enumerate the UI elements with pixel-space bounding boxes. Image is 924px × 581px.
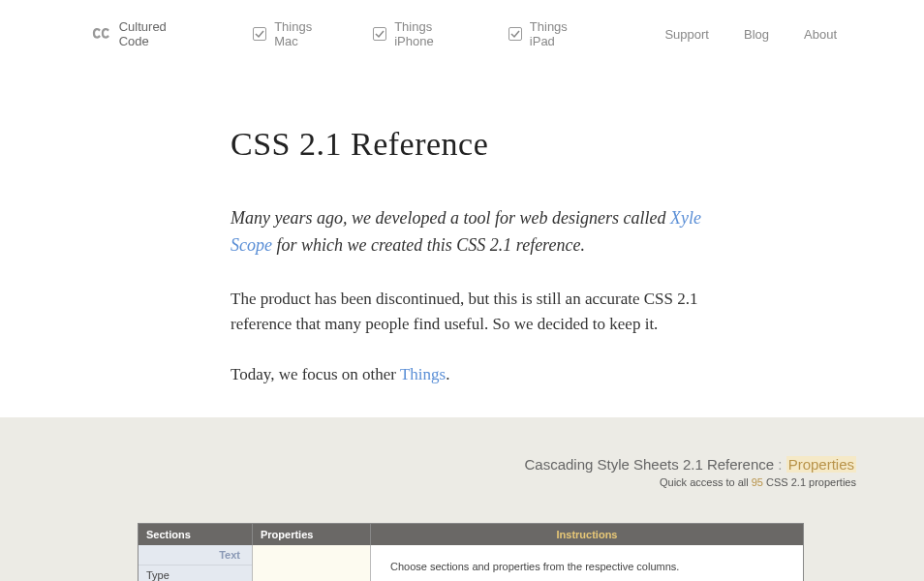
checkbox-icon xyxy=(253,27,266,41)
top-nav: Cultured Code Things Mac Things iPhone T… xyxy=(0,0,924,68)
ref-sub-post: CSS 2.1 properties xyxy=(763,476,856,488)
page-title: CSS 2.1 Reference xyxy=(231,126,717,163)
ref-title-text: Cascading Style Sheets 2.1 Reference xyxy=(524,456,774,473)
ref-sub-pre: Quick access to all xyxy=(660,476,752,488)
body-paragraph-2: Today, we focus on other Things. xyxy=(231,362,717,387)
sections-column: Text Type xyxy=(139,545,253,581)
nav-things-iphone[interactable]: Things iPhone xyxy=(373,19,474,48)
reference-section: Cascading Style Sheets 2.1 Reference : P… xyxy=(0,417,924,581)
instructions-text: Choose sections and properties from the … xyxy=(390,561,679,572)
nav-label: Things iPad xyxy=(530,19,596,48)
reference-table: Sections Properties Instructions Text Ty… xyxy=(138,523,804,581)
intro-text-pre: Many years ago, we developed a tool for … xyxy=(231,208,670,228)
checkbox-icon xyxy=(508,27,522,41)
p2-pre: Today, we focus on other xyxy=(231,365,400,383)
nav-label: Things Mac xyxy=(274,19,338,48)
table-body: Text Type Choose sections and properties… xyxy=(139,545,803,581)
main-content: CSS 2.1 Reference Many years ago, we dev… xyxy=(0,68,717,388)
nav-about[interactable]: About xyxy=(804,27,837,42)
things-link[interactable]: Things xyxy=(400,365,446,383)
col-header-sections: Sections xyxy=(139,524,253,545)
checkbox-icon xyxy=(373,27,386,41)
p2-post: . xyxy=(446,365,449,383)
intro-text-post: for which we created this CSS 2.1 refere… xyxy=(272,235,585,255)
nav-things-ipad[interactable]: Things iPad xyxy=(508,19,595,48)
intro-paragraph: Many years ago, we developed a tool for … xyxy=(231,205,717,260)
col-header-properties: Properties xyxy=(253,524,371,545)
reference-subtitle: Quick access to all 95 CSS 2.1 propertie… xyxy=(0,476,856,488)
body-paragraph-1: The product has been discontinued, but t… xyxy=(231,287,717,338)
ref-title-sep: : xyxy=(774,456,786,473)
property-count: 95 xyxy=(752,476,763,488)
nav-label: Things iPhone xyxy=(394,19,474,48)
col-header-instructions: Instructions xyxy=(371,524,803,545)
section-row[interactable]: Type xyxy=(139,566,252,581)
cultured-code-logo-icon xyxy=(92,27,111,41)
instructions-column: Choose sections and properties from the … xyxy=(371,545,803,581)
nav-blog[interactable]: Blog xyxy=(744,27,769,42)
reference-header: Cascading Style Sheets 2.1 Reference : P… xyxy=(0,456,856,488)
brand[interactable]: Cultured Code xyxy=(92,19,199,48)
section-row[interactable]: Text xyxy=(139,545,252,566)
brand-text: Cultured Code xyxy=(119,19,200,48)
properties-link[interactable]: Properties xyxy=(786,456,856,473)
table-header: Sections Properties Instructions xyxy=(139,524,803,545)
nav-things-mac[interactable]: Things Mac xyxy=(253,19,338,48)
properties-column xyxy=(253,545,371,581)
nav-support[interactable]: Support xyxy=(664,27,709,42)
reference-title: Cascading Style Sheets 2.1 Reference : P… xyxy=(0,456,856,473)
